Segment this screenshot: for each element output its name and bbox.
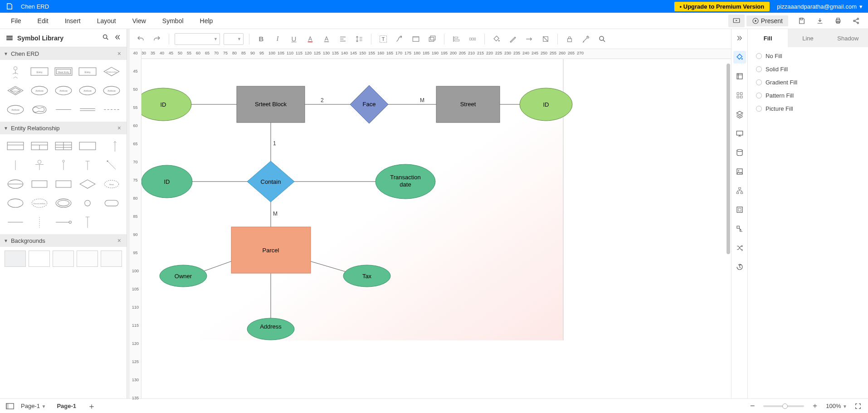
crop-button[interactable] — [539, 33, 552, 45]
add-page-button[interactable]: ＋ — [87, 402, 96, 411]
fill-option-gradient[interactable]: Gradient Fill — [756, 79, 860, 86]
background-swatch-3[interactable] — [53, 251, 74, 267]
font-color-button[interactable] — [304, 33, 317, 45]
font-family-select[interactable]: ▼ — [175, 33, 220, 45]
fullscreen-button[interactable] — [853, 402, 863, 411]
tab-fill[interactable]: Fill — [748, 29, 788, 47]
share-button[interactable] — [850, 15, 863, 27]
shape-relationship[interactable]: Relationship — [101, 64, 122, 80]
fill-option-no-fill[interactable]: No Fill — [756, 53, 860, 59]
page-tab[interactable]: Page-1 — [52, 401, 81, 411]
zoom-out-button[interactable]: − — [748, 402, 757, 411]
shape-weak-relationship[interactable]: Relationship — [5, 83, 26, 99]
highlight-button[interactable] — [320, 33, 333, 45]
background-swatch-1[interactable] — [5, 251, 26, 267]
shape-conn-circle-top[interactable] — [53, 157, 74, 173]
shape-line-dot-end[interactable] — [53, 214, 74, 231]
search-canvas-button[interactable] — [596, 33, 609, 45]
image-panel-icon[interactable] — [733, 165, 746, 178]
shuffle-panel-icon[interactable] — [733, 241, 746, 254]
shape-conn-diag[interactable] — [101, 157, 122, 173]
shape-actor[interactable] — [5, 64, 26, 80]
zoom-slider[interactable] — [763, 405, 804, 407]
shape-table-1col[interactable] — [5, 138, 26, 154]
page-layout-icon[interactable] — [5, 402, 15, 411]
undo-button[interactable] — [134, 33, 147, 45]
fill-option-picture[interactable]: Picture Fill — [756, 105, 860, 112]
tab-shadow[interactable]: Shadow — [828, 29, 868, 47]
shape-entity-2[interactable]: Entity — [77, 64, 98, 80]
page-dropdown[interactable]: Page-1 ▼ — [21, 403, 46, 409]
font-size-select[interactable]: ▼ — [224, 33, 244, 45]
shape-conn-plain[interactable] — [5, 157, 26, 173]
menu-layout[interactable]: Layout — [89, 15, 124, 27]
container-button[interactable] — [410, 33, 422, 45]
bold-button[interactable]: B — [255, 33, 268, 45]
layers-button[interactable] — [426, 33, 439, 45]
shape-ellipse-split[interactable] — [5, 176, 26, 192]
tab-line[interactable]: Line — [788, 29, 828, 47]
connector-button[interactable] — [393, 33, 406, 45]
shape-table-grid[interactable] — [53, 138, 74, 154]
close-icon[interactable]: × — [116, 50, 123, 57]
shape-ellipse-dashed[interactable]: Derived attribute — [29, 195, 50, 211]
expand-panel-icon[interactable] — [733, 32, 746, 44]
shape-conn-circle-bar[interactable] — [29, 157, 50, 173]
shape-rect-2[interactable] — [53, 176, 74, 192]
save-button[interactable] — [795, 15, 808, 27]
shape-entity[interactable]: Entity — [29, 64, 50, 80]
shape-dashed-line[interactable] — [101, 102, 122, 118]
shape-rect[interactable] — [29, 176, 50, 192]
search-library-icon[interactable] — [102, 34, 109, 42]
tools-button[interactable] — [580, 33, 592, 45]
shape-attribute[interactable]: Attribute — [29, 83, 50, 99]
menu-edit[interactable]: Edit — [29, 15, 57, 27]
accordion-entity-relationship[interactable]: ▼ Entity Relationship × — [0, 122, 127, 134]
fill-option-solid[interactable]: Solid Fill — [756, 66, 860, 73]
shape-table-plain[interactable] — [77, 138, 98, 154]
shape-line-v-dashed[interactable] — [29, 214, 50, 231]
accordion-backgrounds[interactable]: ▼ Backgrounds × — [0, 234, 127, 247]
arrow-button[interactable] — [523, 33, 536, 45]
present-button[interactable]: Present — [746, 15, 788, 26]
line-color-button[interactable] — [507, 33, 519, 45]
fill-color-button[interactable] — [490, 33, 503, 45]
lock-button[interactable] — [563, 33, 576, 45]
layers-panel-icon[interactable] — [733, 108, 746, 121]
line-spacing-button[interactable] — [353, 33, 366, 45]
grid-panel-icon[interactable] — [733, 89, 746, 102]
menu-symbol[interactable]: Symbol — [154, 15, 192, 27]
shape-line[interactable] — [53, 102, 74, 118]
fill-panel-icon[interactable] — [733, 51, 746, 64]
shape-pill[interactable] — [101, 195, 122, 211]
zoom-in-button[interactable]: ＋ — [810, 402, 819, 411]
distribute-button[interactable] — [466, 33, 479, 45]
accordion-chen-erd[interactable]: ▼ Chen ERD × — [0, 47, 127, 60]
zoom-level[interactable]: 100% ▼ — [826, 403, 847, 409]
italic-button[interactable]: I — [271, 33, 284, 45]
background-swatch-2[interactable] — [29, 251, 50, 267]
shape-table-2col[interactable] — [29, 138, 50, 154]
background-swatch-5[interactable] — [101, 251, 122, 267]
menu-insert[interactable]: Insert — [57, 15, 89, 27]
menu-help[interactable]: Help — [192, 15, 221, 27]
shape-attribute-5[interactable]: Attribute — [5, 102, 26, 118]
fill-option-pattern[interactable]: Pattern Fill — [756, 92, 860, 99]
tree-panel-icon[interactable] — [733, 184, 746, 197]
align-button[interactable] — [336, 33, 349, 45]
properties-panel-icon[interactable] — [733, 70, 746, 83]
shape-attribute-4[interactable]: Attribute — [101, 83, 122, 99]
shape-ellipse-double[interactable] — [53, 195, 74, 211]
text-tool-button[interactable]: T — [377, 33, 390, 45]
collapse-panel-icon[interactable] — [114, 34, 121, 42]
shape-multi-attribute[interactable] — [29, 102, 50, 118]
history-panel-icon[interactable] — [733, 261, 746, 273]
shape-cloud-dashed[interactable]: Weak — [101, 176, 122, 192]
menu-file[interactable]: File — [3, 15, 29, 27]
data-panel-icon[interactable] — [733, 146, 746, 159]
redo-button[interactable] — [151, 33, 163, 45]
background-swatch-4[interactable] — [77, 251, 98, 267]
shape-diamond[interactable] — [77, 176, 98, 192]
snap-panel-icon[interactable] — [733, 222, 746, 235]
drawing-canvas[interactable]: 2 M 1 M — [141, 59, 731, 398]
